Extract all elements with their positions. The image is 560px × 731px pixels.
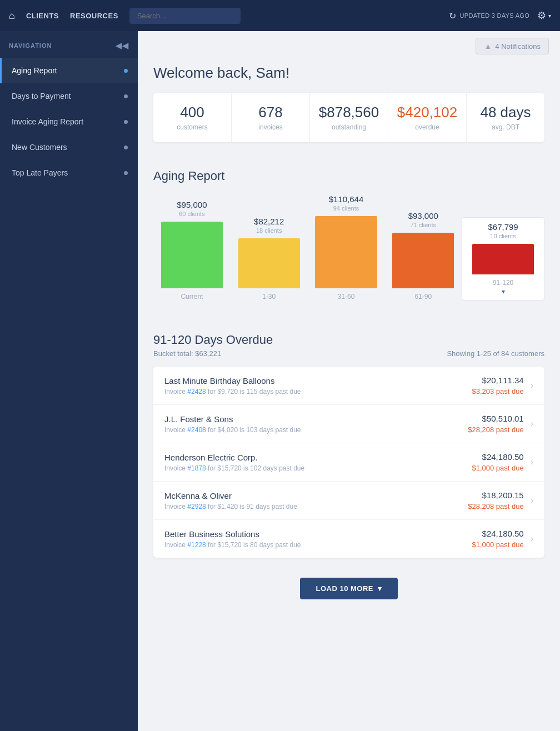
welcome-section: Welcome back, Sam! 400 customers 678 inv… bbox=[138, 59, 560, 169]
customer-amounts: $24,180.50 $1,000 past due bbox=[472, 452, 523, 472]
bar-label-31-60: 31-60 bbox=[338, 293, 355, 301]
sidebar-item-label: Days to Payment bbox=[12, 92, 71, 101]
customer-name: Henderson Electric Corp. bbox=[164, 453, 472, 462]
customer-name: Better Business Solutions bbox=[164, 529, 472, 539]
top-navigation: ⌂ CLIENTS RESOURCES ↻ UPDATED 3 DAYS AGO… bbox=[0, 0, 560, 31]
sidebar-item-aging-report[interactable]: Aging Report bbox=[0, 58, 138, 83]
stats-row: 400 customers 678 invoices $878,560 outs… bbox=[153, 93, 544, 142]
customer-total: $50,510.01 bbox=[468, 414, 523, 423]
customer-overdue: $1,000 past due bbox=[472, 540, 523, 549]
customer-overdue: $1,000 past due bbox=[472, 464, 523, 472]
sidebar-dot bbox=[124, 171, 128, 175]
stat-dbt: 48 days avg. DBT bbox=[467, 93, 544, 142]
bar-chart: $95,000 60 clients Current $82,212 18 cl… bbox=[153, 194, 544, 301]
top-nav-right: ↻ UPDATED 3 DAYS AGO ⚙ ▾ bbox=[449, 9, 551, 22]
bar-31-60[interactable]: $110,644 94 clients 31-60 bbox=[308, 194, 385, 301]
customer-info: Last Minute Birthday Balloons Invoice #2… bbox=[164, 376, 472, 395]
bar-label-91-120: 91-120 bbox=[493, 279, 513, 287]
customer-amounts: $24,180.50 $1,000 past due bbox=[472, 529, 523, 549]
row-arrow-icon: › bbox=[531, 495, 533, 505]
overdue-meta: Bucket total: $63,221 Showing 1-25 of 84… bbox=[153, 349, 544, 358]
stat-customers: 400 customers bbox=[153, 93, 232, 142]
main-layout: NAVIGATION ◀◀ Aging Report Days to Payme… bbox=[0, 31, 560, 731]
customer-total: $24,180.50 bbox=[472, 529, 523, 538]
stat-value-dbt: 48 days bbox=[473, 104, 538, 121]
clients-nav-link[interactable]: CLIENTS bbox=[26, 12, 59, 20]
customer-invoice: Invoice #1878 for $15,720 is 102 days pa… bbox=[164, 464, 472, 472]
row-arrow-icon: › bbox=[531, 534, 533, 544]
customer-overdue: $3,203 past due bbox=[472, 387, 523, 395]
sidebar-dot bbox=[124, 94, 128, 98]
stat-value-customers: 400 bbox=[160, 104, 224, 121]
sidebar-header: NAVIGATION ◀◀ bbox=[0, 31, 138, 58]
bar-clients-1-30: 18 clients bbox=[256, 227, 282, 234]
sidebar-item-new-customers[interactable]: New Customers bbox=[0, 134, 138, 160]
customer-info: Better Business Solutions Invoice #1228 … bbox=[164, 529, 472, 549]
invoice-link[interactable]: #2428 bbox=[187, 388, 206, 395]
bar-91-120[interactable]: $67,799 10 clients 91-120 ▾ bbox=[462, 217, 544, 301]
showing-info: Showing 1-25 of 84 customers bbox=[447, 349, 544, 358]
invoice-link[interactable]: #2408 bbox=[187, 426, 206, 434]
bar-rect-91-120 bbox=[472, 244, 534, 274]
customer-invoice: Invoice #2928 for $1,420 is 91 days past… bbox=[164, 503, 468, 510]
customer-row[interactable]: Better Business Solutions Invoice #1228 … bbox=[153, 520, 544, 558]
resources-nav-link[interactable]: RESOURCES bbox=[70, 12, 118, 20]
stat-label-overdue: overdue bbox=[395, 123, 459, 131]
customer-info: Henderson Electric Corp. Invoice #1878 f… bbox=[164, 453, 472, 472]
bar-1-30[interactable]: $82,212 18 clients 1-30 bbox=[231, 217, 308, 301]
sidebar-back-icon[interactable]: ◀◀ bbox=[116, 41, 129, 50]
sidebar-item-top-late-payers[interactable]: Top Late Payers bbox=[0, 160, 138, 186]
load-more-caret-icon: ▾ bbox=[378, 584, 382, 593]
customer-invoice: Invoice #2408 for $4,020 is 103 days pas… bbox=[164, 426, 468, 434]
welcome-title: Welcome back, Sam! bbox=[153, 64, 544, 82]
stat-label-invoices: invoices bbox=[238, 123, 303, 131]
invoice-link[interactable]: #1878 bbox=[187, 464, 206, 472]
aging-report-title: Aging Report bbox=[153, 169, 544, 183]
stat-value-outstanding: $878,560 bbox=[317, 104, 381, 121]
bar-selected-caret-icon: ▾ bbox=[502, 288, 505, 296]
sidebar-item-invoice-aging-report[interactable]: Invoice Aging Report bbox=[0, 109, 138, 134]
load-more-container: LOAD 10 MORE ▾ bbox=[153, 569, 544, 615]
sidebar-item-label: New Customers bbox=[12, 143, 67, 152]
bar-label-current: Current bbox=[181, 293, 203, 301]
main-content: ▲ 4 Notifications Welcome back, Sam! 400… bbox=[138, 31, 560, 731]
bar-current[interactable]: $95,000 60 clients Current bbox=[153, 200, 231, 301]
stat-invoices: 678 invoices bbox=[232, 93, 310, 142]
stat-label-dbt: avg. DBT bbox=[473, 123, 538, 131]
bar-amount-91-120: $67,799 bbox=[488, 222, 518, 232]
updated-badge: ↻ UPDATED 3 DAYS AGO bbox=[449, 11, 529, 21]
load-more-label: LOAD 10 MORE bbox=[316, 584, 373, 593]
row-arrow-icon: › bbox=[531, 380, 533, 390]
sync-icon: ↻ bbox=[449, 11, 456, 21]
notifications-label: 4 Notifications bbox=[495, 42, 541, 51]
sidebar-item-days-to-payment[interactable]: Days to Payment bbox=[0, 83, 138, 109]
stat-label-outstanding: outstanding bbox=[317, 123, 381, 131]
sidebar-dot bbox=[124, 146, 128, 149]
bar-amount-1-30: $82,212 bbox=[254, 217, 284, 226]
overdue-section: 91-120 Days Overdue Bucket total: $63,22… bbox=[138, 333, 560, 626]
settings-button[interactable]: ⚙ ▾ bbox=[537, 9, 551, 22]
customer-row[interactable]: McKenna & Oliver Invoice #2928 for $1,42… bbox=[153, 482, 544, 520]
row-arrow-icon: › bbox=[531, 419, 533, 429]
home-icon[interactable]: ⌂ bbox=[9, 10, 15, 22]
customer-invoice: Invoice #2428 for $9,720 is 115 days pas… bbox=[164, 388, 472, 395]
bar-clients-91-120: 10 clients bbox=[490, 233, 516, 239]
invoice-link[interactable]: #2928 bbox=[187, 503, 206, 510]
notifications-button[interactable]: ▲ 4 Notifications bbox=[476, 38, 549, 54]
sidebar-active-dot bbox=[124, 69, 128, 73]
bar-61-90[interactable]: $93,000 71 clients 61-90 bbox=[384, 211, 462, 301]
bar-rect-1-30 bbox=[238, 238, 300, 288]
bar-label-61-90: 61-90 bbox=[414, 293, 432, 301]
customer-row[interactable]: Henderson Electric Corp. Invoice #1878 f… bbox=[153, 443, 544, 482]
search-input[interactable] bbox=[129, 8, 241, 24]
bucket-total-label: Bucket total: bbox=[153, 349, 193, 358]
customer-row[interactable]: J.L. Foster & Sons Invoice #2408 for $4,… bbox=[153, 405, 544, 443]
customer-info: J.L. Foster & Sons Invoice #2408 for $4,… bbox=[164, 414, 468, 434]
customer-info: McKenna & Oliver Invoice #2928 for $1,42… bbox=[164, 491, 468, 510]
bar-clients-current: 60 clients bbox=[179, 211, 204, 217]
row-arrow-icon: › bbox=[531, 457, 533, 467]
load-more-button[interactable]: LOAD 10 MORE ▾ bbox=[300, 578, 397, 599]
customer-row[interactable]: Last Minute Birthday Balloons Invoice #2… bbox=[153, 367, 544, 405]
invoice-link[interactable]: #1228 bbox=[187, 541, 206, 549]
customer-amounts: $20,111.34 $3,203 past due bbox=[472, 375, 523, 395]
